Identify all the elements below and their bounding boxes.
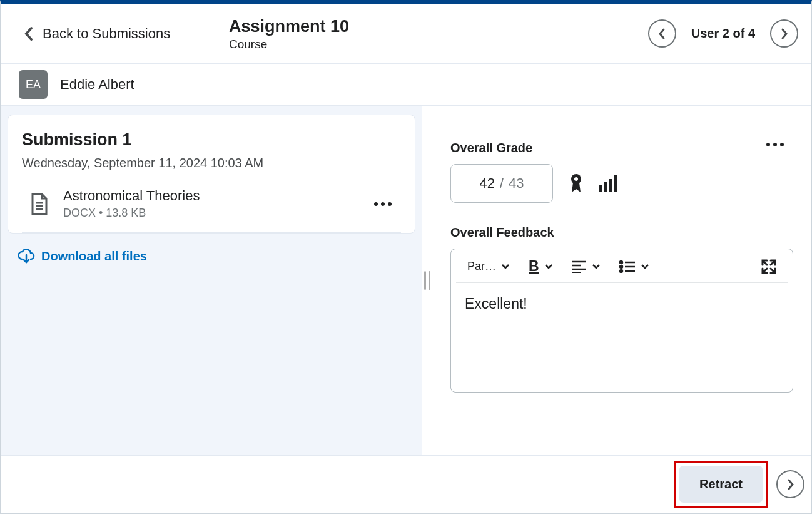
stats-icon[interactable] — [599, 175, 618, 192]
svg-point-4 — [381, 202, 385, 206]
file-meta: DOCX • 13.8 KB — [63, 207, 356, 220]
align-left-icon — [572, 260, 587, 273]
download-all-label: Download all files — [41, 249, 147, 264]
footer-bar: Retract — [1, 455, 811, 513]
file-name: Astronomical Theories — [63, 188, 356, 204]
grade-input[interactable]: 42 / 43 — [450, 164, 553, 203]
overall-feedback-label: Overall Feedback — [450, 225, 793, 240]
fullscreen-button[interactable] — [761, 259, 776, 274]
retract-button[interactable]: Retract — [679, 466, 763, 503]
svg-point-21 — [620, 265, 622, 268]
overall-grade-label: Overall Grade — [450, 141, 793, 155]
grade-earned: 42 — [479, 175, 494, 192]
grading-more-button[interactable] — [762, 136, 788, 153]
submission-timestamp: Wednesday, September 11, 2024 10:03 AM — [22, 156, 401, 170]
svg-rect-12 — [599, 185, 602, 192]
chevron-right-icon — [780, 28, 789, 40]
svg-rect-14 — [609, 179, 612, 192]
document-icon — [29, 192, 49, 216]
svg-point-8 — [773, 143, 777, 146]
more-horizontal-icon — [766, 142, 784, 147]
feedback-editor: Par… B — [450, 249, 793, 393]
back-to-submissions-link[interactable]: Back to Submissions — [1, 4, 210, 63]
feedback-textarea[interactable]: Excellent! — [451, 283, 793, 325]
download-cloud-icon — [18, 249, 35, 264]
svg-rect-15 — [614, 175, 617, 192]
chevron-left-icon — [657, 28, 666, 40]
chevron-down-icon — [501, 264, 510, 270]
back-label: Back to Submissions — [43, 26, 170, 42]
svg-rect-13 — [604, 182, 607, 192]
assignment-title-area: Assignment 10 Course — [210, 4, 629, 63]
grading-pane: Overall Grade 42 / 43 Overall Feedback P… — [433, 106, 811, 455]
submission-title: Submission 1 — [22, 130, 401, 150]
user-counter: User 2 of 4 — [691, 26, 755, 41]
grade-outof: 43 — [509, 175, 524, 192]
svg-point-22 — [620, 270, 622, 272]
submission-card: Submission 1 Wednesday, September 11, 20… — [8, 115, 415, 234]
svg-point-11 — [574, 177, 578, 181]
chevron-down-icon — [592, 264, 601, 270]
retract-highlight: Retract — [674, 461, 768, 508]
chevron-down-icon — [544, 264, 553, 270]
chevron-down-icon — [641, 264, 649, 270]
editor-toolbar: Par… B — [456, 249, 788, 283]
svg-point-9 — [780, 143, 784, 146]
pane-splitter[interactable] — [422, 106, 433, 455]
list-icon — [619, 260, 636, 273]
chevron-right-icon — [786, 478, 795, 491]
bold-icon: B — [529, 258, 539, 275]
next-user-button[interactable] — [770, 19, 798, 48]
list-dropdown[interactable] — [619, 260, 649, 273]
course-label: Course — [229, 38, 610, 51]
prev-user-button[interactable] — [648, 19, 676, 48]
paragraph-label: Par… — [467, 260, 496, 273]
download-all-link[interactable]: Download all files — [8, 234, 415, 270]
svg-point-5 — [388, 202, 392, 206]
expand-icon — [761, 259, 776, 274]
footer-next-button[interactable] — [776, 470, 804, 498]
align-dropdown[interactable] — [572, 260, 601, 273]
grade-slash: / — [500, 175, 504, 192]
avatar: EA — [19, 70, 48, 99]
submission-pane: Submission 1 Wednesday, September 11, 20… — [1, 106, 422, 455]
bold-dropdown[interactable]: B — [529, 258, 553, 275]
user-name: Eddie Albert — [60, 76, 134, 93]
svg-point-3 — [374, 202, 378, 206]
paragraph-selector[interactable]: Par… — [467, 260, 510, 273]
svg-point-20 — [620, 261, 622, 264]
more-horizontal-icon — [373, 202, 392, 207]
file-more-button[interactable] — [370, 195, 396, 212]
ribbon-icon[interactable] — [569, 173, 583, 193]
chevron-left-icon — [24, 26, 34, 41]
file-row[interactable]: Astronomical Theories DOCX • 13.8 KB — [22, 174, 401, 233]
svg-point-7 — [766, 143, 770, 146]
user-bar: EA Eddie Albert — [1, 64, 811, 105]
assignment-title: Assignment 10 — [229, 17, 610, 36]
